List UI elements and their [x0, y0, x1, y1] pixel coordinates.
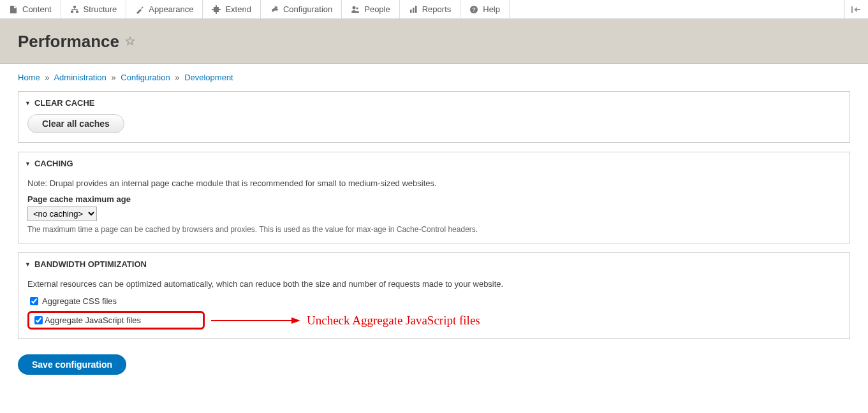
extend-icon — [212, 5, 221, 14]
svg-rect-0 — [73, 6, 76, 8]
main-content: Clear cache Clear all caches Caching Not… — [0, 91, 868, 388]
toolbar-item-appearance[interactable]: Appearance — [126, 0, 203, 18]
section-body: Note: Drupal provides an internal page c… — [18, 178, 850, 243]
toolbar-toggle-orientation[interactable] — [844, 0, 868, 18]
breadcrumb-link[interactable]: Administration — [54, 73, 106, 82]
reports-icon — [409, 5, 418, 14]
bandwidth-note: External resources can be optimized auto… — [27, 279, 841, 289]
page-header: Performance — [0, 19, 868, 64]
svg-rect-7 — [415, 6, 417, 13]
admin-toolbar: Content Structure Appearance Extend Conf… — [0, 0, 868, 19]
toolbar-item-configuration[interactable]: Configuration — [261, 0, 342, 18]
section-bandwidth: Bandwidth optimization External resource… — [18, 252, 850, 339]
section-summary-clear-cache[interactable]: Clear cache — [18, 92, 850, 114]
svg-rect-1 — [71, 11, 73, 13]
page-cache-max-age-select[interactable]: <no caching> — [27, 207, 97, 221]
toolbar-item-people[interactable]: People — [342, 0, 399, 18]
aggregate-css-label: Aggregate CSS files — [42, 296, 117, 306]
star-icon[interactable] — [124, 32, 136, 52]
toolbar-label: Help — [483, 4, 500, 14]
aggregate-css-row: Aggregate CSS files — [27, 295, 841, 307]
breadcrumb-separator: » — [45, 73, 49, 82]
highlight-box: Aggregate JavaScript files — [27, 311, 205, 330]
page-cache-max-age-label: Page cache maximum age — [27, 194, 841, 204]
aggregate-js-checkbox[interactable] — [34, 316, 43, 324]
annotation-text: Uncheck Aggregate JavaScript files — [307, 314, 480, 328]
aggregate-js-label: Aggregate JavaScript files — [45, 315, 141, 325]
section-summary-caching[interactable]: Caching — [18, 152, 850, 175]
svg-rect-5 — [410, 10, 412, 13]
content-icon — [9, 5, 18, 14]
section-title: Bandwidth optimization — [34, 259, 147, 269]
section-title: Caching — [34, 159, 73, 168]
page-title-text: Performance — [18, 32, 119, 52]
section-body: External resources can be optimized auto… — [18, 279, 850, 338]
configuration-icon — [270, 5, 279, 14]
section-summary-bandwidth[interactable]: Bandwidth optimization — [18, 253, 850, 275]
toolbar-item-content[interactable]: Content — [0, 0, 61, 18]
svg-text:?: ? — [473, 6, 476, 13]
toolbar-label: Configuration — [283, 4, 332, 14]
breadcrumb-separator: » — [175, 73, 179, 82]
structure-icon — [70, 5, 79, 14]
breadcrumb-link[interactable]: Development — [184, 73, 233, 82]
aggregate-css-checkbox[interactable] — [30, 297, 38, 305]
toolbar-label: Reports — [422, 4, 452, 14]
page-title: Performance — [18, 32, 850, 52]
breadcrumb-separator: » — [111, 73, 115, 82]
section-caching: Caching Note: Drupal provides an interna… — [18, 152, 850, 243]
breadcrumb-link[interactable]: Configuration — [121, 73, 170, 82]
toolbar-label: Content — [22, 4, 52, 14]
page-cache-description: The maximum time a page can be cached by… — [27, 225, 841, 234]
appearance-icon — [135, 5, 144, 14]
toolbar-item-reports[interactable]: Reports — [400, 0, 461, 18]
toolbar-item-extend[interactable]: Extend — [203, 0, 260, 18]
svg-rect-6 — [413, 8, 415, 13]
annotation-arrow-icon — [211, 315, 300, 326]
annotation-row: Aggregate JavaScript files Uncheck Aggre… — [27, 311, 841, 330]
orientation-icon — [851, 5, 862, 14]
toolbar-label: Extend — [225, 4, 251, 14]
help-icon: ? — [469, 5, 478, 14]
section-clear-cache: Clear cache Clear all caches — [18, 91, 850, 143]
breadcrumb: Home » Administration » Configuration » … — [0, 64, 868, 91]
svg-point-3 — [353, 6, 356, 9]
svg-marker-12 — [291, 317, 300, 324]
toolbar-label: Appearance — [149, 4, 193, 14]
save-configuration-button[interactable]: Save configuration — [18, 354, 126, 375]
breadcrumb-link[interactable]: Home — [18, 73, 40, 82]
toolbar-label: Structure — [84, 4, 117, 14]
svg-point-4 — [357, 7, 358, 9]
caching-note: Note: Drupal provides an internal page c… — [27, 178, 841, 188]
section-body: Clear all caches — [18, 114, 850, 142]
svg-rect-10 — [851, 6, 853, 13]
toolbar-item-structure[interactable]: Structure — [61, 0, 127, 18]
people-icon — [351, 5, 360, 14]
svg-rect-2 — [76, 11, 78, 13]
toolbar-item-help[interactable]: ? Help — [460, 0, 510, 18]
clear-all-caches-button[interactable]: Clear all caches — [27, 114, 124, 133]
toolbar-label: People — [364, 4, 390, 14]
section-title: Clear cache — [34, 98, 95, 108]
